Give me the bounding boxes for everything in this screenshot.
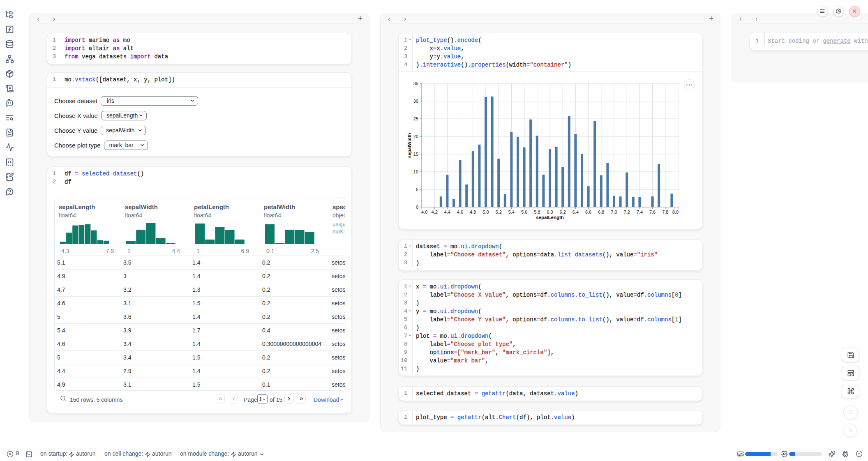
svg-text:6.0: 6.0	[547, 210, 553, 214]
svg-text:35: 35	[413, 81, 418, 86]
svg-text:4.4: 4.4	[444, 210, 450, 214]
svg-text:4.0: 4.0	[421, 210, 427, 214]
svg-text:sepalWidth: sepalWidth	[407, 133, 412, 158]
svg-text:6.4: 6.4	[573, 210, 579, 214]
svg-text:30: 30	[413, 99, 418, 104]
svg-text:6.2: 6.2	[560, 210, 566, 214]
svg-text:5.2: 5.2	[496, 210, 502, 214]
svg-text:10: 10	[413, 169, 418, 174]
svg-text:7.4: 7.4	[637, 210, 643, 214]
svg-text:7.0: 7.0	[611, 210, 617, 214]
svg-text:6.8: 6.8	[598, 210, 604, 214]
svg-text:5.4: 5.4	[508, 210, 515, 214]
svg-text:5: 5	[416, 187, 418, 192]
svg-text:8.0: 8.0	[672, 210, 679, 214]
svg-text:sepalLength: sepalLength	[536, 215, 564, 220]
svg-text:4.2: 4.2	[432, 210, 438, 214]
svg-text:5.6: 5.6	[521, 210, 527, 214]
svg-text:4.8: 4.8	[470, 210, 476, 214]
svg-text:20: 20	[413, 134, 418, 139]
svg-text:4.6: 4.6	[457, 210, 463, 214]
svg-text:6.6: 6.6	[585, 210, 591, 214]
svg-text:5.0: 5.0	[482, 210, 489, 214]
svg-text:7.2: 7.2	[624, 210, 630, 214]
svg-text:25: 25	[413, 116, 418, 121]
svg-text:5.8: 5.8	[534, 210, 540, 214]
svg-text:15: 15	[413, 152, 418, 157]
svg-text:7.6: 7.6	[649, 210, 656, 214]
svg-text:7.8: 7.8	[662, 210, 668, 214]
svg-text:0: 0	[416, 205, 418, 210]
